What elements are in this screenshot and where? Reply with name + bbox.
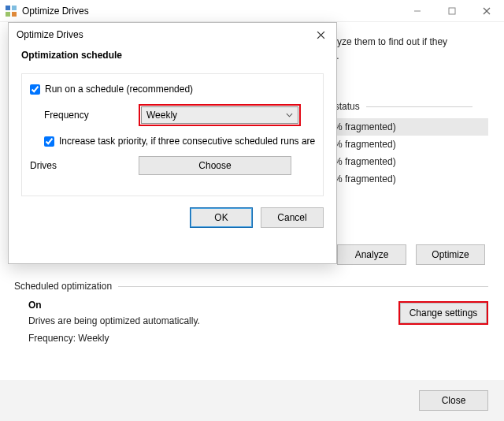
increase-priority-label: Increase task priority, if three consecu… — [59, 136, 315, 147]
highlight-change-settings: Change settings — [398, 301, 488, 325]
analyze-button[interactable]: Analyze — [337, 244, 406, 265]
run-on-schedule-label: Run on a schedule (recommended) — [45, 84, 193, 95]
dialog-footer: OK Cancel — [9, 196, 336, 228]
increase-priority-checkbox[interactable] — [44, 136, 54, 147]
drive-row[interactable]: % fragmented) — [329, 136, 488, 153]
drive-row[interactable]: % fragmented) — [329, 153, 488, 170]
intro-text: nalyze them to find out if they wn. — [315, 22, 504, 71]
divider — [118, 286, 488, 287]
close-button[interactable] — [469, 0, 504, 22]
schedule-form: Run on a schedule (recommended) Frequenc… — [21, 73, 324, 196]
minimize-button[interactable] — [400, 0, 435, 22]
optimize-button[interactable]: Optimize — [416, 244, 485, 265]
drive-row[interactable]: % fragmented) — [329, 170, 488, 188]
drives-label: Drives — [30, 160, 139, 171]
frequency-select[interactable]: Weekly — [141, 106, 298, 124]
svg-rect-0 — [6, 6, 10, 10]
frequency-label: Frequency — [44, 110, 139, 121]
choose-drives-button[interactable]: Choose — [139, 156, 291, 175]
scheduled-on-label: On — [28, 300, 200, 311]
svg-rect-1 — [12, 6, 17, 10]
run-on-schedule-row[interactable]: Run on a schedule (recommended) — [30, 84, 315, 95]
optimization-schedule-dialog: Optimize Drives Optimization schedule Ru… — [8, 22, 337, 264]
status-area: t status % fragmented) % fragmented) % f… — [329, 98, 488, 188]
svg-rect-3 — [12, 12, 17, 17]
close-window-button[interactable]: Close — [419, 390, 488, 411]
change-settings-button[interactable]: Change settings — [400, 303, 487, 323]
dialog-titlebar: Optimize Drives — [9, 23, 336, 47]
scheduled-section: Scheduled optimization On Drives are bei… — [14, 278, 488, 350]
drive-row[interactable]: % fragmented) — [329, 118, 488, 136]
scheduled-legend: Scheduled optimization — [14, 281, 112, 292]
cancel-button[interactable]: Cancel — [261, 207, 324, 228]
dialog-title: Optimize Drives — [17, 29, 305, 40]
main-titlebar: Optimize Drives — [0, 0, 504, 22]
svg-rect-2 — [6, 12, 10, 17]
maximize-button[interactable] — [435, 0, 469, 22]
highlight-frequency: Weekly — [139, 104, 301, 126]
ok-button[interactable]: OK — [190, 207, 253, 228]
scheduled-frequency: Frequency: Weekly — [28, 333, 200, 344]
optimize-drives-window: Optimize Drives nalyze them to find out … — [0, 0, 504, 421]
chevron-down-icon — [286, 113, 293, 117]
svg-rect-5 — [449, 8, 455, 14]
dialog-close-button[interactable] — [305, 23, 336, 47]
main-title: Optimize Drives — [22, 6, 400, 17]
frequency-value: Weekly — [146, 110, 177, 121]
scheduled-desc: Drives are being optimized automatically… — [28, 315, 200, 326]
increase-priority-row[interactable]: Increase task priority, if three consecu… — [30, 136, 315, 147]
intro-line1: nalyze them to find out if they — [324, 36, 447, 47]
dialog-heading: Optimization schedule — [21, 50, 324, 61]
defrag-app-icon — [5, 5, 17, 17]
close-icon — [317, 31, 325, 39]
run-on-schedule-checkbox[interactable] — [30, 84, 40, 95]
footer: Close — [0, 380, 504, 421]
